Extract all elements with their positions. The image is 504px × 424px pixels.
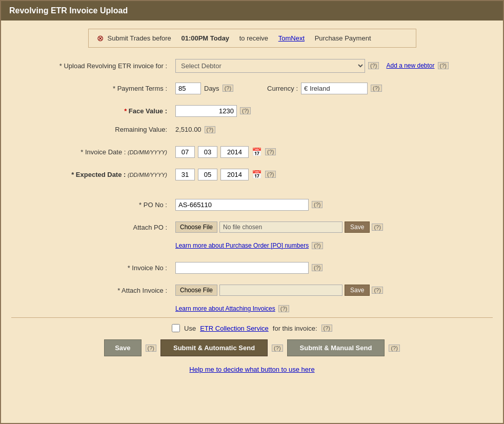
notice-bar: ⊗ Submit Trades before 01:00PM Today to …: [88, 29, 416, 48]
debtor-select[interactable]: Select Debtor: [175, 59, 365, 73]
expected-date-label: * Expected Date : (DD/MM/YYYY): [11, 171, 175, 178]
notice-text-after: to receive: [239, 34, 268, 42]
remaining-value-help[interactable]: (?): [205, 126, 215, 133]
currency-help[interactable]: (?): [371, 85, 381, 92]
expected-date-calendar-icon[interactable]: 📅: [252, 170, 262, 179]
remaining-value-row: Remaining Value: 2,510.00 (?): [11, 126, 493, 133]
po-no-control: (?): [175, 199, 493, 211]
attach-invoice-no-file: [219, 285, 342, 296]
attach-po-no-file: No file chosen: [219, 221, 342, 233]
page-title: Revolving ETR Invoice Upload: [9, 6, 128, 15]
payment-terms-row: * Payment Terms : Days (?) Currency : (?…: [11, 80, 493, 96]
invoice-date-control: 📅 (?): [175, 146, 493, 158]
attach-po-help[interactable]: (?): [372, 224, 382, 231]
collection-label-before: Use: [184, 325, 196, 332]
invoice-date-dd[interactable]: [175, 146, 195, 158]
invoice-date-mm[interactable]: [198, 146, 217, 158]
payment-terms-label: * Payment Terms :: [11, 85, 175, 92]
expected-date-help[interactable]: (?): [265, 171, 276, 178]
footer-buttons: Save (?) Submit & Automatic Send (?) Sub…: [11, 339, 493, 361]
expected-date-control: 📅 (?): [175, 169, 493, 180]
invoice-no-control: (?): [175, 262, 493, 274]
remaining-value-text: 2,510.00: [175, 126, 201, 133]
page-content: ⊗ Submit Trades before 01:00PM Today to …: [1, 21, 503, 383]
page-header: Revolving ETR Invoice Upload: [1, 1, 503, 21]
expected-date-dd[interactable]: [175, 169, 195, 180]
notice-highlight: 01:00PM Today: [181, 34, 229, 42]
add-debtor-link[interactable]: Add a new debtor: [386, 62, 434, 69]
attach-invoice-file-section: Choose File Save (?): [175, 285, 383, 296]
invoice-date-yyyy[interactable]: [220, 146, 249, 158]
invoice-date-label: * Invoice Date : (DD/MM/YYYY): [11, 148, 175, 156]
attach-invoice-save-button[interactable]: Save: [345, 285, 370, 296]
notice-text-end: Purchase Payment: [315, 34, 371, 42]
invoice-date-row: * Invoice Date : (DD/MM/YYYY) 📅 (?): [11, 144, 493, 159]
collection-row: Use ETR Collection Service for this invo…: [11, 324, 493, 332]
currency-input[interactable]: [301, 83, 368, 94]
submit-auto-button[interactable]: Submit & Automatic Send: [160, 339, 268, 356]
debtor-help[interactable]: (?): [368, 62, 379, 69]
invoice-no-label: * Invoice No :: [11, 264, 175, 272]
face-value-help[interactable]: (?): [240, 107, 251, 114]
divider: [11, 317, 493, 318]
expected-date-mm[interactable]: [198, 169, 217, 180]
expected-date-row: * Expected Date : (DD/MM/YYYY) 📅 (?): [11, 167, 493, 182]
learn-invoice-link[interactable]: Learn more about Attaching Invoices: [175, 305, 275, 312]
invoice-no-help[interactable]: (?): [312, 264, 322, 271]
po-no-row: * PO No : (?): [11, 197, 493, 212]
po-no-input[interactable]: [175, 199, 309, 211]
learn-invoice-row: Learn more about Attaching Invoices (?): [11, 305, 493, 312]
face-value-control: (?): [175, 105, 493, 117]
collection-service-link[interactable]: ETR Collection Service: [200, 325, 269, 332]
attach-invoice-row: * Attach Invoice : Choose File Save (?): [11, 282, 493, 298]
attach-invoice-help[interactable]: (?): [372, 287, 382, 294]
tomnext-link[interactable]: TomNext: [278, 34, 305, 42]
attach-invoice-label: * Attach Invoice :: [11, 287, 175, 294]
upload-row: * Upload Revolving ETR invoice for : Sel…: [11, 58, 493, 73]
days-label: Days: [204, 85, 219, 92]
learn-po-link[interactable]: Learn more about Purchase Order [PO] num…: [175, 242, 309, 249]
face-value-row: * Face Value : (?): [11, 103, 493, 118]
invoice-date-calendar-icon[interactable]: 📅: [252, 147, 262, 157]
attach-po-file-section: Choose File No file chosen Save (?): [175, 221, 383, 233]
attach-po-save-button[interactable]: Save: [345, 221, 370, 233]
add-debtor-help[interactable]: (?): [438, 62, 449, 69]
attach-invoice-choose-file-button[interactable]: Choose File: [175, 285, 217, 296]
days-help[interactable]: (?): [223, 85, 233, 92]
learn-po-row: Learn more about Purchase Order [PO] num…: [11, 242, 493, 249]
collection-checkbox[interactable]: [172, 324, 180, 332]
learn-invoice-help[interactable]: (?): [278, 305, 289, 312]
submit-manual-help[interactable]: (?): [389, 345, 399, 352]
collection-label-after: for this invoice:: [273, 325, 317, 332]
attach-po-control: Choose File No file chosen Save (?): [175, 221, 493, 233]
notice-text-before: Submit Trades before: [108, 34, 171, 42]
po-no-label: * PO No :: [11, 201, 175, 209]
payment-terms-input[interactable]: [175, 83, 201, 94]
attach-invoice-control: Choose File Save (?): [175, 285, 493, 296]
collection-help[interactable]: (?): [321, 325, 332, 332]
attach-po-row: Attach PO : Choose File No file chosen S…: [11, 219, 493, 235]
payment-terms-control: Days (?) Currency : (?): [175, 83, 493, 94]
notice-icon: ⊗: [97, 33, 104, 43]
remaining-value-label: Remaining Value:: [11, 126, 175, 133]
page-container: Revolving ETR Invoice Upload ⊗ Submit Tr…: [0, 0, 504, 424]
attach-po-label: Attach PO :: [11, 224, 175, 231]
face-value-label: * Face Value :: [11, 107, 175, 115]
save-button[interactable]: Save: [104, 339, 141, 356]
invoice-no-input[interactable]: [175, 262, 309, 274]
attach-po-choose-file-button[interactable]: Choose File: [175, 221, 217, 233]
remaining-value-control: 2,510.00 (?): [175, 126, 493, 133]
currency-label: Currency :: [267, 85, 298, 92]
learn-po-help[interactable]: (?): [312, 242, 322, 249]
expected-date-yyyy[interactable]: [220, 169, 249, 180]
invoice-date-help[interactable]: (?): [265, 148, 276, 155]
save-help[interactable]: (?): [146, 345, 156, 352]
help-decide-link[interactable]: Help me to decide what button to use her…: [11, 366, 493, 373]
submit-manual-button[interactable]: Submit & Manual Send: [287, 339, 385, 356]
po-no-help[interactable]: (?): [312, 201, 322, 208]
upload-control: Select Debtor (?) Add a new debtor (?): [175, 59, 493, 73]
submit-auto-help[interactable]: (?): [272, 345, 283, 352]
face-value-input[interactable]: [175, 105, 237, 117]
invoice-no-row: * Invoice No : (?): [11, 260, 493, 275]
upload-label: * Upload Revolving ETR invoice for :: [11, 62, 175, 70]
